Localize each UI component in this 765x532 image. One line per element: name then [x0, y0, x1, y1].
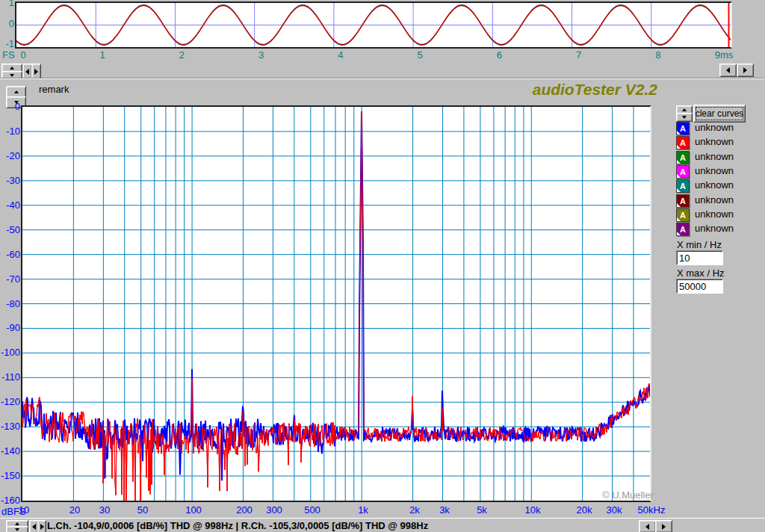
- remark-label: remark: [39, 84, 69, 95]
- spectrum-y-tick: -60: [0, 250, 20, 260]
- spectrum-y-tick: -30: [0, 176, 20, 186]
- right-arrow-icon: [34, 69, 38, 75]
- xmax-input[interactable]: [676, 279, 723, 294]
- scope-scroll-right-button[interactable]: [31, 64, 41, 79]
- scope-x-tick: 8: [655, 50, 660, 61]
- curve-slot-button[interactable]: A: [676, 122, 690, 135]
- xmax-label: X max / Hz: [677, 268, 725, 279]
- spectrum-y-tick: -130: [0, 421, 20, 432]
- spectrum-y-tick: -120: [0, 397, 20, 407]
- left-arrow-icon: [25, 69, 29, 75]
- left-arrow-icon: [645, 524, 649, 530]
- spectrum-y-tick: -50: [0, 225, 20, 235]
- curve-slot-button[interactable]: A: [676, 179, 690, 193]
- thd-readout: L.Ch. -104,9/0,0006 [dB/%] THD @ 998Hz |…: [47, 520, 428, 531]
- legend-label: unknown: [695, 151, 734, 163]
- spectrum-y-tick: -20: [0, 151, 20, 161]
- spectrum-y-tick: -80: [0, 299, 20, 309]
- spectrum-x-tick: 3k: [439, 505, 450, 516]
- sidebar-spin-down-button[interactable]: [676, 113, 693, 122]
- spectrum-y-tick: -150: [0, 471, 20, 481]
- scope-x-tick: 5: [417, 50, 422, 61]
- up-arrow-icon: [10, 66, 14, 69]
- scope-y-tick: -1: [0, 39, 14, 49]
- up-arrow-icon: [14, 90, 19, 93]
- oscilloscope-canvas: [16, 3, 731, 47]
- spectrum-x-tick: 500: [304, 505, 320, 516]
- spectrum-x-tick: 10k: [525, 505, 541, 516]
- scope-pan-left-button[interactable]: [719, 64, 737, 77]
- spectrum-y-tick: -100: [0, 347, 20, 358]
- scope-y-tick: 0: [0, 19, 14, 29]
- spectrum-x-tick: 20k: [577, 505, 592, 516]
- spectrum-x-tick: 300: [266, 505, 282, 516]
- legend-label: unknown: [695, 179, 734, 191]
- spectrum-x-tick: 30k: [607, 505, 622, 516]
- legend-label: unknown: [695, 208, 734, 220]
- scope-y-tick: 1: [0, 0, 14, 8]
- spectrum-x-tick: 100: [185, 505, 202, 516]
- xmin-label: X min / Hz: [677, 240, 722, 250]
- curve-slot-button[interactable]: A: [676, 194, 690, 208]
- spectrum-plot: [21, 105, 651, 502]
- spectrum-y-tick: -110: [0, 372, 20, 383]
- scope-pan-right-button[interactable]: [737, 64, 754, 77]
- spectrum-y-tick: -140: [0, 446, 20, 457]
- curve-slot-button[interactable]: A: [676, 136, 690, 149]
- legend-label: unknown: [695, 122, 734, 134]
- right-arrow-icon: [40, 524, 44, 530]
- clear-curves-button[interactable]: clear curves: [693, 105, 746, 123]
- section-divider: [0, 78, 765, 79]
- spectrum-x-tick: 200: [236, 505, 253, 516]
- right-arrow-icon: [662, 524, 666, 530]
- spectrum-y-tick: -160: [0, 495, 20, 506]
- spectrum-x-tick: 20: [69, 505, 80, 516]
- right-arrow-icon: [743, 67, 747, 73]
- spectrum-x-tick: 50: [137, 505, 148, 516]
- scope-x-tick: 0: [20, 50, 25, 61]
- spectrum-x-tick: 10: [19, 505, 29, 516]
- scope-y-unit-label: FS: [2, 50, 15, 61]
- left-arrow-icon: [726, 67, 730, 73]
- down-arrow-icon: [10, 74, 14, 77]
- legend-label: unknown: [695, 165, 734, 177]
- xmin-input[interactable]: [676, 250, 723, 265]
- left-arrow-icon: [32, 524, 36, 530]
- status-spin-down-button[interactable]: [6, 526, 28, 532]
- oscilloscope-plot: [15, 1, 732, 49]
- spectrum-y-tick: -10: [0, 126, 20, 137]
- app-title: audioTester V2.2: [433, 81, 657, 99]
- up-arrow-icon: [15, 522, 19, 525]
- scope-x-tick: 9ms: [715, 50, 734, 61]
- scope-x-tick: 4: [338, 50, 343, 61]
- down-arrow-icon: [15, 528, 19, 531]
- status-scroll-right-button[interactable]: [37, 520, 46, 532]
- scope-x-tick: 6: [497, 50, 502, 61]
- spectrum-y-tick: -70: [0, 274, 20, 285]
- spectrum-x-tick: 50kHz: [638, 505, 666, 516]
- spectrum-x-tick: 30: [99, 505, 110, 516]
- down-arrow-icon: [682, 116, 687, 119]
- curve-slot-button[interactable]: A: [676, 223, 690, 236]
- curve-slot-button[interactable]: A: [676, 208, 690, 222]
- spectrum-x-tick: 5k: [477, 505, 487, 516]
- spectrum-x-tick: 1k: [358, 505, 368, 516]
- spectrum-pan-right-button[interactable]: [655, 520, 672, 532]
- status-bar: L.Ch. -104,9/0,0006 [dB/%] THD @ 998Hz |…: [0, 518, 765, 532]
- watermark: © U.Mueller: [602, 489, 654, 501]
- up-arrow-icon: [682, 108, 687, 111]
- legend-label: unknown: [695, 136, 734, 148]
- spectrum-pan-left-button[interactable]: [639, 520, 656, 532]
- legend-label: unknown: [695, 194, 734, 206]
- curve-slot-button[interactable]: A: [676, 151, 690, 164]
- spectrum-y-tick: -40: [0, 200, 20, 211]
- legend-label: unknown: [695, 223, 734, 235]
- scope-x-tick: 7: [576, 50, 581, 61]
- spectrum-canvas: [22, 107, 650, 501]
- curve-slot-button[interactable]: A: [676, 165, 690, 179]
- spectrum-x-tick: 2k: [409, 505, 420, 516]
- spectrum-y-tick: 0: [0, 102, 20, 112]
- scope-x-tick: 3: [258, 50, 264, 61]
- scope-x-tick: 1: [100, 50, 105, 61]
- spectrum-y-tick: -90: [0, 323, 20, 333]
